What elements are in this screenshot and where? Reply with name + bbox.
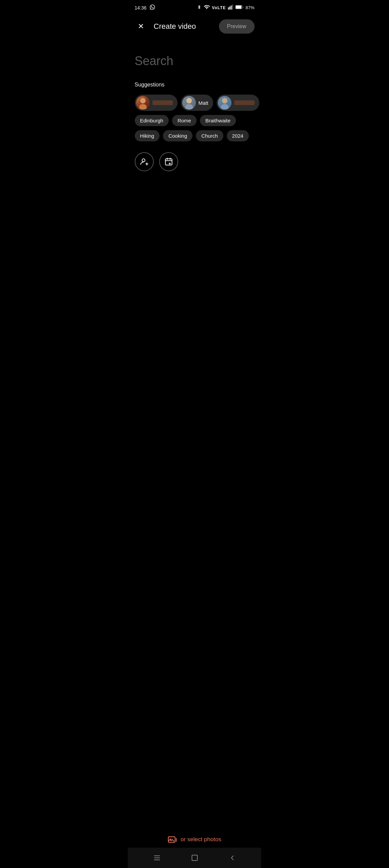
tag-label-hiking: Hiking (140, 133, 154, 139)
bluetooth-icon (197, 4, 202, 11)
person-name-2: Matt (199, 100, 208, 106)
svg-rect-3 (232, 5, 233, 10)
signal-icon: VoLTE (212, 5, 226, 10)
action-buttons (128, 145, 261, 171)
svg-rect-7 (165, 159, 172, 165)
tag-chip-hiking[interactable]: Hiking (135, 130, 160, 141)
status-left: 14:36 (135, 4, 155, 11)
svg-point-6 (142, 159, 145, 162)
tag-chip-cooking[interactable]: Cooking (163, 130, 192, 141)
tag-label-2024: 2024 (232, 133, 243, 139)
svg-rect-0 (228, 7, 229, 10)
avatar-3 (218, 96, 231, 110)
battery-icon (235, 5, 243, 11)
person-chip-3[interactable] (217, 95, 259, 111)
tag-chip-2024[interactable]: 2024 (227, 130, 249, 141)
suggestions-title: Suggestions (135, 82, 255, 88)
svg-rect-5 (236, 5, 242, 8)
battery-percent: 87% (245, 5, 254, 10)
search-label: Search (135, 54, 173, 68)
svg-rect-2 (231, 5, 232, 9)
status-bar: 14:36 VoLTE (128, 0, 261, 14)
place-chip-edinburgh[interactable]: Edinburgh (135, 115, 169, 126)
place-label-edinburgh: Edinburgh (140, 118, 163, 123)
person-name-placeholder-3 (234, 100, 255, 105)
avatar-2 (182, 96, 196, 110)
tag-chip-church[interactable]: Church (196, 130, 223, 141)
add-date-icon (164, 157, 173, 166)
person-chip-2[interactable]: Matt (181, 95, 213, 111)
add-person-icon (140, 157, 149, 166)
signal-bars-icon (228, 4, 233, 11)
preview-button[interactable]: Preview (219, 19, 255, 34)
svg-rect-1 (229, 6, 230, 9)
status-time: 14:36 (135, 5, 147, 11)
person-chip-1[interactable] (135, 95, 178, 111)
header-left: ✕ Create video (135, 20, 196, 33)
wifi-icon (204, 4, 210, 11)
add-person-button[interactable] (135, 152, 154, 171)
avatar-1 (136, 96, 150, 110)
header: ✕ Create video Preview (128, 14, 261, 40)
person-chips-row: Matt (135, 95, 255, 111)
search-section: Search (128, 40, 261, 75)
close-button[interactable]: ✕ (135, 20, 147, 33)
status-right: VoLTE 87% (197, 4, 254, 11)
place-label-braithwaite: Braithwaite (205, 118, 230, 123)
place-label-rome: Rome (178, 118, 191, 123)
place-chip-rome[interactable]: Rome (172, 115, 197, 126)
places-chips-row: Edinburgh Rome Braithwaite (135, 115, 255, 126)
close-icon: ✕ (138, 22, 144, 31)
suggestions-section: Suggestions Matt Edinburgh Rome (128, 75, 261, 141)
tags-chips-row: Hiking Cooking Church 2024 (135, 130, 255, 141)
tag-label-cooking: Cooking (168, 133, 187, 139)
add-date-button[interactable] (159, 152, 178, 171)
page-title: Create video (154, 22, 196, 31)
place-chip-braithwaite[interactable]: Braithwaite (200, 115, 236, 126)
person-name-placeholder-1 (152, 100, 173, 105)
tag-label-church: Church (201, 133, 218, 139)
whatsapp-icon (149, 4, 155, 11)
